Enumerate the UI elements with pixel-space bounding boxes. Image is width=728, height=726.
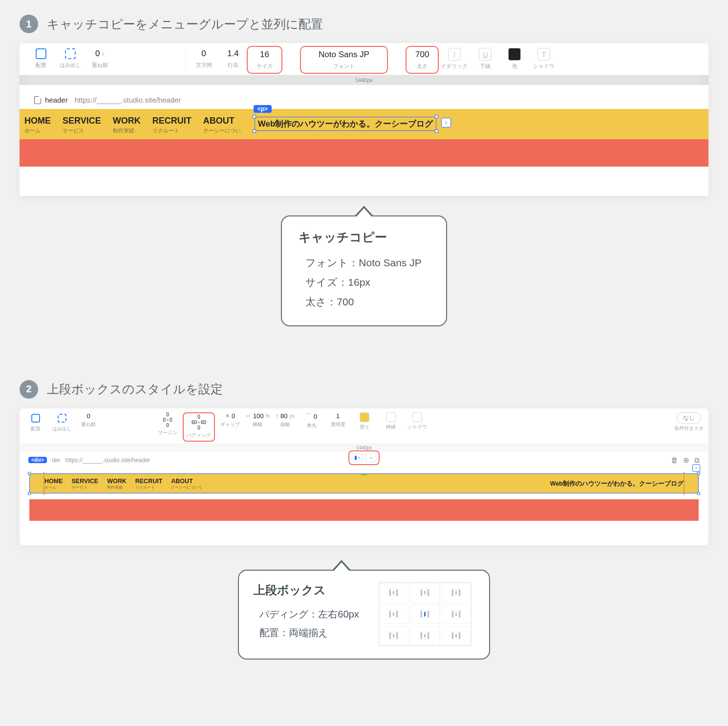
width-control[interactable]: ↔100%横幅 (245, 412, 270, 428)
editor-panel-2: 配置 はみ出し 0重ね順 00+00 マージン 060+600 パディング ✕0… (20, 408, 708, 545)
align-icon (36, 48, 46, 59)
text-shadow-control[interactable]: T シャドウ (529, 48, 558, 70)
letter-spacing-control[interactable]: 0 文字間 (189, 48, 218, 69)
nav-item-recruit[interactable]: RECRUITリクルート (135, 478, 163, 490)
canvas-area-2[interactable]: — › HOMEホーム SERVICEサービス WORK制作実績 RECRUIT… (20, 473, 708, 545)
nav-item-recruit[interactable]: RECRUITリクルート (152, 116, 192, 134)
align-control[interactable]: 配置 (26, 48, 56, 69)
canvas-area[interactable]: HOMEホーム SERVICEサービス WORK制作実績 RECRUITリクルー… (20, 109, 708, 196)
padding-guide (684, 472, 685, 495)
line-height-control[interactable]: 1.4 行高 (218, 48, 248, 69)
plus-icon[interactable]: ⊕ (683, 456, 689, 465)
delete-icon[interactable]: 🗑 (671, 456, 678, 465)
direction-row-button[interactable]: → (365, 453, 376, 462)
font-size-control[interactable]: 16 サイズ (247, 46, 282, 74)
nav-item-service[interactable]: SERVICEサービス (63, 116, 101, 134)
header-bottom-row[interactable] (29, 499, 699, 521)
align-space-between-button[interactable]: ▮ ▪ (352, 453, 363, 462)
flex-alignment-popup: ▮ ▪ → (348, 450, 380, 465)
element-tag-badge: <p> (254, 105, 272, 113)
height-control[interactable]: ↕80px縦幅 (274, 412, 297, 428)
radius-control[interactable]: ⌒0角丸 (300, 412, 323, 429)
nav-item-home[interactable]: HOMEホーム (24, 116, 51, 134)
chevron-right-icon: › (102, 50, 104, 58)
gap-control[interactable]: ✕0ギャップ (219, 412, 241, 428)
canvas-ruler: 1440px (20, 75, 708, 85)
selection-handle[interactable] (435, 115, 438, 118)
nav-item-home[interactable]: HOMEホーム (44, 478, 63, 490)
step-title-1: キャッチコピーをメニューグループと並列に配置 (47, 16, 323, 32)
catchcopy-text[interactable]: Web制作のハウツーがわかる。クーシーブログ (255, 117, 437, 131)
underline-control[interactable]: U 下線 (471, 48, 500, 70)
header-top-row[interactable]: HOMEホーム SERVICEサービス WORK制作実績 RECRUITリクルー… (20, 109, 708, 139)
overflow-control[interactable]: はみ出し (51, 412, 73, 432)
selection-handle[interactable] (28, 492, 31, 495)
fill-control[interactable]: 塗り (353, 412, 376, 430)
tooltip-line: フォント：Noto Sans JP (305, 253, 421, 273)
divider (186, 51, 186, 69)
page-icon (34, 96, 41, 104)
text-style-toolbar: 配置 はみ出し 0› 重ね順 0 文字間 1.4 行高 16 サイズ (20, 43, 708, 75)
zindex-control[interactable]: 0重ね順 (77, 412, 100, 428)
selection-handle[interactable] (28, 472, 31, 475)
catchcopy-text[interactable]: Web制作のハウツーがわかる。クーシーブログ (550, 480, 684, 488)
nav-group[interactable]: HOMEホーム SERVICEサービス WORK制作実績 RECRUITリクルー… (44, 478, 202, 490)
tooltip-title: キャッチコピー (299, 229, 421, 245)
selection-handle[interactable] (253, 129, 256, 133)
annotation-tooltip-2: 上段ボックス パディング：左右60px 配置：両端揃え (238, 570, 490, 660)
duplicate-icon[interactable]: ⧉ (694, 456, 700, 465)
tooltip-line: パディング：左右60px (259, 605, 359, 623)
selection-handle[interactable] (697, 492, 700, 495)
margin-control[interactable]: 00+00 マージン (156, 412, 179, 436)
nav-item-service[interactable]: SERVICEサービス (72, 478, 99, 490)
font-family-control[interactable]: Noto Sans JP フォント (300, 46, 388, 74)
nav-item-about[interactable]: ABOUTクーシーについ (203, 116, 241, 134)
page-name: header (34, 96, 68, 104)
radius-icon: ⌒ (306, 412, 312, 421)
font-weight-control[interactable]: 700 太さ (406, 46, 439, 74)
selection-handle[interactable] (435, 129, 438, 133)
zindex-control[interactable]: 0› 重ね順 (85, 48, 114, 69)
header-bottom-row[interactable] (20, 139, 708, 167)
nav-item-work[interactable]: WORK制作実績 (107, 478, 127, 490)
opacity-control[interactable]: 1透明度 (327, 412, 349, 428)
annotation-tooltip-1: キャッチコピー フォント：Noto Sans JP サイズ：16px 太さ：70… (281, 215, 447, 326)
box-shadow-control[interactable]: シャドウ (406, 412, 428, 430)
next-element-button[interactable]: › (692, 464, 700, 472)
nav-item-about[interactable]: ABOUTクーシーについて (171, 478, 202, 490)
top-box-selection[interactable]: — › HOMEホーム SERVICEサービス WORK制作実績 RECRUIT… (29, 473, 699, 493)
center-marker-icon: — (361, 471, 367, 478)
fill-swatch-icon (360, 412, 369, 422)
step-badge-2: 2 (20, 380, 38, 399)
tooltip-line: サイズ：16px (305, 273, 421, 292)
overflow-icon (58, 414, 66, 423)
page-name-fragment: der (52, 457, 60, 464)
stroke-swatch-icon (386, 412, 396, 422)
selection-handle[interactable] (253, 115, 256, 118)
alignment-grid-diagram (379, 582, 471, 646)
box-style-toolbar: 配置 はみ出し 0重ね順 00+00 マージン 060+600 パディング ✕0… (20, 408, 708, 444)
overflow-control[interactable]: はみ出し (56, 48, 85, 69)
step-badge-1: 1 (20, 15, 38, 33)
stroke-control[interactable]: 枠線 (380, 412, 402, 430)
step-1-header: 1 キャッチコピーをメニューグループと並列に配置 (20, 15, 708, 33)
shadow-icon: T (537, 48, 550, 61)
catchcopy-selection[interactable]: <p> Web制作のハウツーがわかる。クーシーブログ › (255, 117, 437, 131)
width-icon: ↔ (245, 412, 251, 419)
selection-handle[interactable] (697, 472, 700, 475)
tooltip-line: 太さ：700 (305, 292, 421, 312)
color-control[interactable]: 色 (500, 48, 529, 70)
color-swatch-icon (508, 48, 521, 61)
align-control[interactable]: 配置 (24, 412, 47, 432)
nav-item-work[interactable]: WORK制作実績 (113, 116, 141, 134)
address-bar: header https://______.studio.site/header (20, 85, 708, 109)
element-tag-badge: <div> (28, 457, 47, 463)
height-icon: ↕ (276, 412, 278, 419)
conditional-style-control[interactable]: なし条件付きスタ (674, 412, 704, 432)
tooltip-title: 上段ボックス (254, 582, 359, 598)
next-element-button[interactable]: › (441, 118, 451, 128)
gap-icon: ✕ (225, 413, 230, 419)
padding-control[interactable]: 060+600 パディング (183, 412, 215, 442)
step-2-header: 2 上段ボックスのスタイルを設定 (20, 380, 708, 399)
italic-control[interactable]: I イタリック (438, 48, 471, 70)
